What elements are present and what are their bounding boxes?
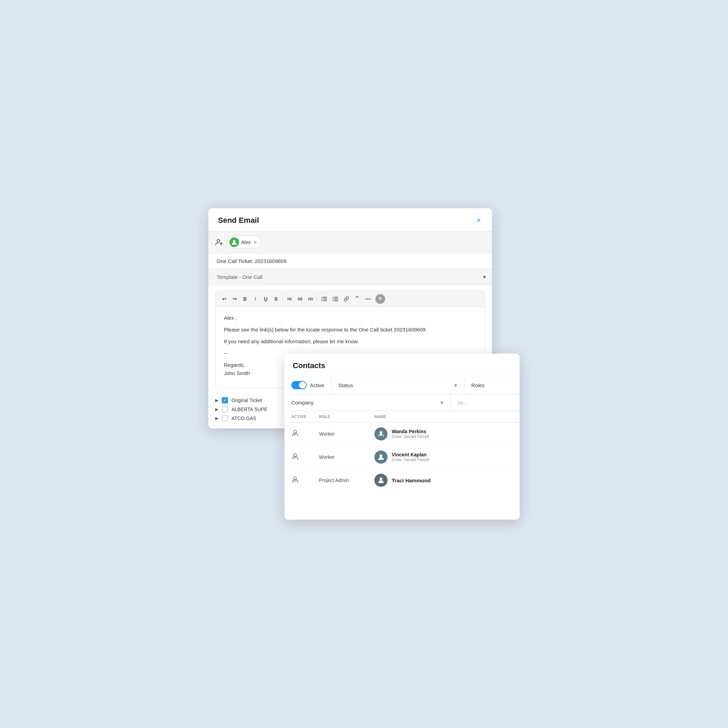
- ordered-list-button[interactable]: 1 2 3: [330, 295, 340, 303]
- active-toggle[interactable]: [291, 381, 307, 389]
- h1-button[interactable]: H1: [285, 295, 294, 303]
- original-ticket-checkbox[interactable]: [222, 397, 228, 404]
- contact-details: Traci Hammond: [392, 477, 431, 483]
- atco-gas-checkbox[interactable]: [222, 415, 228, 421]
- chevron-down-icon: ▾: [483, 274, 492, 280]
- active-label: Active: [310, 382, 324, 388]
- email-greeting: Alex ,: [224, 314, 476, 322]
- undo-button[interactable]: ↩: [220, 295, 229, 303]
- svg-rect-13: [334, 298, 338, 299]
- role-text: Worker: [319, 454, 375, 460]
- subject-row: One Call Ticket: 20231609609: [208, 253, 492, 269]
- original-ticket-label: Original Ticket: [231, 398, 262, 403]
- contact-sub: Crew: Gerald Ferrell: [392, 434, 429, 439]
- contacts-table: ACTIVE ROLE NAME Worker: [284, 411, 520, 492]
- strikethrough-button[interactable]: S: [272, 295, 281, 303]
- bold-button[interactable]: B: [240, 295, 249, 303]
- atco-gas-label: ATCO GAS: [231, 416, 256, 421]
- close-button[interactable]: ×: [475, 215, 482, 226]
- contact-avatar: [375, 451, 387, 463]
- underline-button[interactable]: U: [261, 295, 270, 303]
- svg-text:3: 3: [332, 300, 334, 301]
- active-person-icon: [291, 430, 319, 439]
- svg-rect-4: [321, 297, 323, 298]
- active-toggle-area: Active: [284, 376, 332, 394]
- company-select[interactable]: Company ▾: [284, 395, 451, 411]
- ul-icon: [321, 297, 327, 301]
- contact-sub: Crew: Gerald Ferrell: [392, 457, 429, 462]
- status-filter[interactable]: Status ▾: [332, 377, 464, 393]
- add-recipient-button[interactable]: [215, 239, 223, 246]
- alberta-supe-label: ALBERTA SUPE: [231, 407, 268, 412]
- template-select[interactable]: Template - One Call: [208, 269, 483, 285]
- hr-button[interactable]: —: [363, 294, 373, 303]
- ol-icon: 1 2 3: [332, 297, 338, 301]
- contact-info: Traci Hammond: [375, 474, 513, 487]
- alberta-supe-checkbox[interactable]: [222, 406, 228, 413]
- expand-icon[interactable]: ▶: [215, 407, 218, 412]
- table-row: Worker Vincent Kaplan Crew: Gerald Ferre…: [284, 446, 520, 469]
- modal-header: Send Email ×: [208, 208, 492, 231]
- expand-icon[interactable]: ▶: [215, 416, 218, 421]
- svg-point-21: [379, 454, 382, 457]
- subject-text: One Call Ticket: 20231609609: [217, 258, 286, 264]
- contact-info: Vincent Kaplan Crew: Gerald Ferrell: [375, 451, 513, 463]
- toolbar-separator: [283, 296, 283, 302]
- h2-button[interactable]: H2: [295, 295, 304, 303]
- editor-toolbar: ↩ ↪ B I U S H1 H2 H3: [216, 291, 485, 307]
- contact-name: Wanda Perkins: [392, 429, 429, 434]
- link-icon: [344, 296, 349, 302]
- svg-rect-7: [323, 298, 327, 299]
- svg-rect-11: [334, 297, 338, 298]
- toolbar-separator-2: [317, 296, 317, 302]
- svg-rect-5: [323, 297, 327, 298]
- email-line2: If you need any additional information, …: [224, 337, 476, 346]
- h3-button[interactable]: H3: [306, 295, 315, 303]
- link-button[interactable]: [341, 295, 351, 303]
- svg-point-20: [294, 454, 297, 456]
- company-chevron-icon: ▾: [440, 399, 443, 406]
- modal-title: Send Email: [218, 216, 259, 225]
- contacts-title: Contacts: [284, 353, 520, 376]
- unordered-list-button[interactable]: [320, 295, 329, 303]
- role-text: Project Admin: [319, 477, 375, 483]
- contact-info: Wanda Perkins Crew: Gerald Ferrell: [375, 427, 513, 440]
- svg-point-0: [217, 239, 220, 242]
- svg-point-17: [379, 431, 382, 434]
- contacts-filters: Active Status ▾ Roles: [284, 376, 520, 395]
- svg-rect-6: [321, 298, 323, 299]
- user-avatar-button[interactable]: P: [375, 294, 385, 304]
- svg-point-16: [294, 430, 297, 433]
- svg-rect-15: [334, 300, 338, 301]
- col-header-role: ROLE: [319, 414, 375, 419]
- col-header-active: ACTIVE: [291, 414, 319, 419]
- remove-recipient-button[interactable]: ✕: [253, 240, 257, 245]
- contact-details: Vincent Kaplan Crew: Gerald Ferrell: [392, 452, 429, 462]
- table-header: ACTIVE ROLE NAME: [284, 411, 520, 422]
- contacts-panel: Contacts Active Status ▾ Roles Company ▾: [284, 353, 520, 520]
- toggle-knob: [299, 382, 306, 388]
- active-person-icon: [291, 453, 319, 462]
- italic-button[interactable]: I: [251, 295, 260, 303]
- expand-icon[interactable]: ▶: [215, 398, 218, 403]
- table-row: Worker Wanda Perkins Crew: Gerald Ferrel…: [284, 422, 520, 446]
- contact-details: Wanda Perkins Crew: Gerald Ferrell: [392, 429, 429, 439]
- add-person-icon: [215, 239, 223, 246]
- svg-point-3: [233, 240, 236, 243]
- svg-point-23: [379, 477, 382, 480]
- quote-button[interactable]: ": [353, 294, 362, 304]
- contact-name: Traci Hammond: [392, 477, 431, 483]
- company-label: Company: [291, 400, 314, 405]
- contact-avatar: [375, 427, 387, 440]
- company-filter-row: Company ▾ Se...: [284, 395, 520, 411]
- avatar: [229, 237, 239, 247]
- roles-filter[interactable]: Roles: [464, 378, 520, 393]
- recipient-chip: Alex ✕: [227, 236, 261, 249]
- search-text: Se...: [457, 400, 468, 405]
- active-person-icon: [291, 476, 319, 485]
- search-area: Se...: [451, 396, 520, 409]
- contact-name: Vincent Kaplan: [392, 452, 429, 457]
- redo-button[interactable]: ↪: [230, 295, 239, 303]
- col-header-name: NAME: [375, 414, 513, 419]
- table-row: Project Admin Traci Hammond: [284, 469, 520, 492]
